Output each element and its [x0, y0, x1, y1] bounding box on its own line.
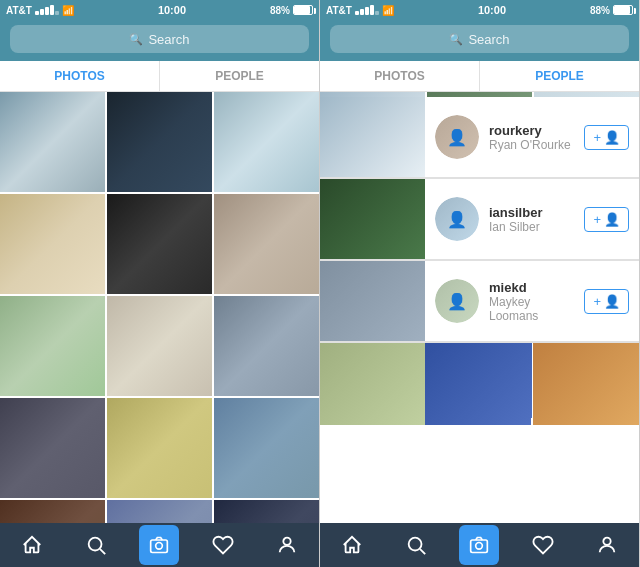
photo-cell-7[interactable] — [0, 296, 105, 396]
photo-strip-3[interactable] — [320, 261, 425, 341]
battery-bar-left — [293, 5, 313, 15]
photo-cell-2[interactable] — [107, 92, 212, 192]
nav-heart-left[interactable] — [203, 525, 243, 565]
follow-button-miekd[interactable]: + 👤 — [584, 289, 629, 314]
wifi-icon-right: 📶 — [382, 5, 394, 16]
search-bar-left[interactable]: 🔍 Search — [0, 20, 319, 61]
left-screen: AT&T 📶 10:00 88% 🔍 Search PHOTOS PE — [0, 0, 320, 567]
battery-bar-right — [613, 5, 633, 15]
follow-button-rourkery[interactable]: + 👤 — [584, 125, 629, 150]
photo-cell-4[interactable] — [0, 194, 105, 294]
photo-3 — [214, 92, 319, 192]
nav-heart-right[interactable] — [523, 525, 563, 565]
photo-cell-6[interactable] — [214, 194, 319, 294]
photo-cell-12[interactable] — [214, 398, 319, 498]
avatar-rourkery: 👤 — [435, 115, 479, 159]
tab-photos-right[interactable]: PHOTOS — [320, 61, 480, 91]
photo-5 — [107, 194, 212, 294]
username-rourkery: rourkery — [489, 123, 574, 138]
follow-button-iansilber[interactable]: + 👤 — [584, 207, 629, 232]
nav-search-left[interactable] — [76, 525, 116, 565]
photo-cell-5[interactable] — [107, 194, 212, 294]
photo-strip-bg-3 — [320, 261, 425, 341]
status-left-right: AT&T 📶 — [326, 5, 394, 16]
svg-point-3 — [156, 543, 163, 550]
svg-point-0 — [88, 538, 101, 551]
follow-icon-iansilber: + — [593, 212, 601, 227]
photo-4 — [0, 194, 105, 294]
photo-cell-10[interactable] — [0, 398, 105, 498]
photo-cell-1[interactable] — [0, 92, 105, 192]
person-details-miekd: miekd Maykey Loomans — [489, 280, 574, 323]
carrier-left: AT&T — [6, 5, 32, 16]
bottom-nav-left — [0, 523, 319, 567]
photo-12 — [214, 398, 319, 498]
person-info-row-2: 👤 iansilber Ian Silber + 👤 — [425, 179, 639, 259]
tabs-left: PHOTOS PEOPLE — [0, 61, 319, 92]
bottom-photo-2[interactable] — [425, 343, 531, 425]
person-info-row-3: 👤 miekd Maykey Loomans + 👤 — [425, 261, 639, 341]
bottom-photo-3[interactable] — [533, 343, 639, 425]
photo-8 — [107, 296, 212, 396]
follow-person-icon-miekd: 👤 — [604, 294, 620, 309]
photo-14 — [107, 500, 212, 523]
search-input-right[interactable]: 🔍 Search — [330, 25, 629, 53]
tab-people-right[interactable]: PEOPLE — [480, 61, 639, 91]
people-content-area: 👤 rourkery Ryan O'Rourke + 👤 👤 — [320, 97, 639, 523]
tab-photos-left[interactable]: PHOTOS — [0, 61, 160, 91]
follow-person-icon-iansilber: 👤 — [604, 212, 620, 227]
photo-cell-9[interactable] — [214, 296, 319, 396]
person-row-1: 👤 rourkery Ryan O'Rourke + 👤 — [320, 97, 639, 179]
nav-home-right[interactable] — [332, 525, 372, 565]
nav-camera-left[interactable] — [139, 525, 179, 565]
status-left: AT&T 📶 — [6, 5, 74, 16]
follow-icon-miekd: + — [593, 294, 601, 309]
svg-point-5 — [408, 538, 421, 551]
search-placeholder-right: Search — [468, 32, 509, 47]
follow-icon-rourkery: + — [593, 130, 601, 145]
search-input-left[interactable]: 🔍 Search — [10, 25, 309, 53]
photo-strip-1[interactable] — [320, 97, 425, 177]
photo-cell-13[interactable] — [0, 500, 105, 523]
name-rourkery: Ryan O'Rourke — [489, 138, 574, 152]
nav-search-right[interactable] — [396, 525, 436, 565]
photo-15 — [214, 500, 319, 523]
photo-cell-14[interactable] — [107, 500, 212, 523]
photo-cell-8[interactable] — [107, 296, 212, 396]
search-icon-right: 🔍 — [449, 33, 463, 46]
battery-pct-right: 88% — [590, 5, 610, 16]
name-miekd: Maykey Loomans — [489, 295, 574, 323]
photo-cell-3[interactable] — [214, 92, 319, 192]
time-left: 10:00 — [158, 4, 186, 16]
person-row-3: 👤 miekd Maykey Loomans + 👤 — [320, 261, 639, 343]
photo-strip-2[interactable] — [320, 179, 425, 259]
search-placeholder-left: Search — [148, 32, 189, 47]
carrier-right: AT&T — [326, 5, 352, 16]
avatar-iansilber: 👤 — [435, 197, 479, 241]
nav-profile-right[interactable] — [587, 525, 627, 565]
avatar-miekd: 👤 — [435, 279, 479, 323]
status-bar-left: AT&T 📶 10:00 88% — [0, 0, 319, 20]
username-iansilber: iansilber — [489, 205, 574, 220]
photo-grid-left — [0, 92, 319, 523]
bottom-photo-1[interactable] — [320, 343, 425, 425]
nav-camera-right[interactable] — [459, 525, 499, 565]
status-right-left: 88% — [270, 5, 313, 16]
photo-strip-bg-1 — [320, 97, 425, 177]
nav-home-left[interactable] — [12, 525, 52, 565]
battery-pct-left: 88% — [270, 5, 290, 16]
search-bar-right[interactable]: 🔍 Search — [320, 20, 639, 61]
svg-line-6 — [420, 549, 425, 554]
username-miekd: miekd — [489, 280, 574, 295]
person-info-row-1: 👤 rourkery Ryan O'Rourke + 👤 — [425, 97, 639, 177]
nav-profile-left[interactable] — [267, 525, 307, 565]
tab-people-left[interactable]: PEOPLE — [160, 61, 319, 91]
svg-point-8 — [476, 543, 483, 550]
photo-strip-bg-2 — [320, 179, 425, 259]
photo-cell-11[interactable] — [107, 398, 212, 498]
photo-cell-15[interactable] — [214, 500, 319, 523]
photo-2 — [107, 92, 212, 192]
signal-icon-right — [355, 5, 379, 15]
person-row-2: 👤 iansilber Ian Silber + 👤 — [320, 179, 639, 261]
bottom-photo-bg-1 — [320, 343, 425, 425]
